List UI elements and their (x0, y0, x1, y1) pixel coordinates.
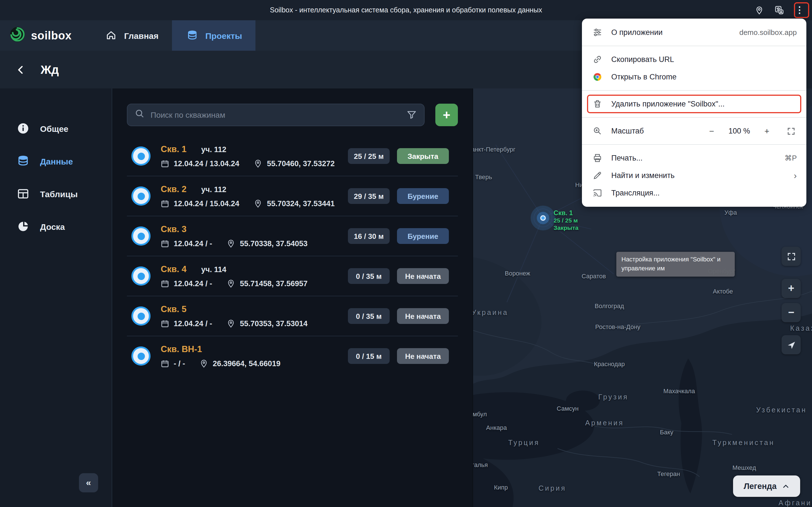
marker-label: Скв. 1 25 / 25 м Закрыта (554, 209, 578, 231)
nav-projects-label: Проекты (205, 31, 242, 40)
map-city-label: Кипр (494, 484, 508, 491)
nav-item-home[interactable]: Главная (91, 20, 172, 51)
map-city-label: Махачкала (663, 388, 695, 394)
zoom-increase-button[interactable]: + (761, 126, 772, 136)
well-dates: 12.04.24 / - (161, 239, 212, 248)
sidebar: Общее Данные Таблицы Доска « (0, 89, 112, 507)
printer-icon (592, 153, 603, 163)
well-dates: 12.04.24 / - (161, 279, 212, 288)
calendar-icon (161, 239, 169, 248)
soilbox-logo-icon (9, 26, 26, 45)
sidebar-general-label: Общее (40, 124, 68, 133)
fullscreen-icon[interactable] (785, 126, 797, 135)
map-city-label: Саратов (581, 273, 606, 279)
well-row[interactable]: Скв. ВН-1 - / - 26.39664, 54.66019 (127, 336, 458, 376)
location-pin-icon[interactable] (753, 4, 765, 16)
map-zoom-in-button[interactable]: + (781, 279, 801, 298)
add-well-button[interactable]: + (435, 104, 458, 126)
map-city-label: Армения (585, 419, 624, 427)
well-target-icon (132, 267, 151, 286)
calendar-icon (161, 200, 169, 208)
menu-divider (582, 90, 806, 91)
menu-item-about[interactable]: О приложении demo.soilbox.app (582, 24, 806, 41)
well-site: уч. 114 (201, 265, 226, 274)
well-row[interactable]: Скв. 5 12.04.24 / - 55.70353, 37.53014 (127, 296, 458, 336)
map-city-label: Краснодар (594, 360, 625, 367)
well-status-badge: Закрыта (397, 148, 449, 164)
well-coords: 55.71458, 37.56957 (227, 279, 308, 288)
sidebar-board-label: Доска (40, 222, 65, 231)
well-coords: 55.70353, 37.53014 (227, 320, 308, 328)
well-row[interactable]: Скв. 3 12.04.24 / - 55.70338, 37.54053 (127, 216, 458, 256)
menu-item-cast[interactable]: Трансляция... (582, 184, 806, 202)
pin-icon (200, 359, 208, 368)
map-city-label: Туркменистан (712, 439, 775, 446)
menu-item-copy-url[interactable]: Скопировать URL (582, 51, 806, 68)
map-city-label: Волгоград (595, 302, 624, 309)
well-dates: 12.04.24 / 13.04.24 (161, 159, 239, 168)
app-domain: demo.soilbox.app (739, 28, 797, 37)
menu-divider (582, 117, 806, 118)
browser-menu-dots-icon[interactable]: ⋮ (794, 4, 805, 16)
well-coords: 26.39664, 54.66019 (200, 359, 281, 368)
zoom-decrease-button[interactable]: − (706, 126, 717, 136)
well-row[interactable]: Скв. 2 уч. 112 12.04.24 / 15.04.24 55.70… (127, 176, 458, 216)
map-city-label: Тверь (475, 173, 492, 180)
pie-chart-icon (16, 220, 30, 233)
map-city-label: Ростов-на-Дону (595, 323, 640, 330)
pin-icon (227, 320, 236, 328)
well-row[interactable]: Скв. 4 уч. 114 12.04.24 / - 55.71458, 37… (127, 256, 458, 296)
map-zoom-out-button[interactable]: − (781, 303, 801, 322)
well-depth-chip: 0 / 15 м (348, 348, 390, 364)
map-city-label: Анталья (472, 461, 488, 468)
map-city-label: Казахстан (790, 325, 812, 333)
tune-icon (592, 27, 603, 37)
marker-dot[interactable] (540, 215, 546, 221)
nav-item-projects[interactable]: Проекты (172, 20, 255, 51)
well-site: уч. 112 (201, 145, 226, 154)
map-city-label: Воронеж (505, 270, 530, 276)
translate-icon[interactable] (774, 4, 785, 16)
trash-icon (592, 99, 603, 109)
map-locate-button[interactable] (781, 335, 801, 354)
well-status-badge: Не начата (397, 268, 449, 284)
well-dates: 12.04.24 / - (161, 320, 212, 328)
menu-item-find-and-edit[interactable]: Найти и изменить › (582, 167, 806, 184)
sidebar-item-general[interactable]: Общее (0, 112, 112, 145)
sidebar-tables-label: Таблицы (40, 189, 78, 199)
database-icon (16, 155, 30, 167)
map-city-label: Тегеран (657, 471, 680, 477)
well-target-icon (132, 306, 151, 326)
browser-app-menu: О приложении demo.soilbox.app Скопироват… (582, 18, 806, 207)
calendar-icon (161, 359, 169, 368)
map-city-label: Баку (660, 429, 673, 436)
filter-button[interactable] (399, 104, 424, 126)
chevron-up-icon (782, 483, 790, 490)
sidebar-item-tables[interactable]: Таблицы (0, 177, 112, 210)
well-coords: 55.70324, 37.53441 (254, 200, 335, 208)
page-title: Жд (41, 63, 59, 76)
well-status-badge: Бурение (397, 188, 449, 204)
menu-item-uninstall-app[interactable]: Удалить приложение "Soilbox"... (582, 95, 806, 113)
menu-item-open-in-chrome[interactable]: Открыть в Chrome (582, 68, 806, 86)
well-name: Скв. 1 (161, 144, 186, 154)
info-icon (16, 122, 30, 135)
well-target-icon (132, 147, 151, 166)
map-legend-button[interactable]: Легенда (733, 475, 800, 497)
magnifier-icon (592, 126, 603, 136)
menu-item-print[interactable]: Печать... ⌘P (582, 149, 806, 167)
pin-icon (254, 200, 262, 208)
print-shortcut: ⌘P (784, 154, 797, 162)
search-input[interactable] (151, 110, 399, 119)
well-depth-chip: 25 / 25 м (348, 148, 390, 164)
map-fullscreen-button[interactable] (781, 247, 801, 266)
map-city-label: Санкт-Петербург (472, 146, 515, 153)
sidebar-item-board[interactable]: Доска (0, 210, 112, 243)
chevron-right-icon: › (794, 170, 797, 180)
well-row[interactable]: Скв. 1 уч. 112 12.04.24 / 13.04.24 55.70… (127, 136, 458, 176)
sidebar-collapse-button[interactable]: « (79, 473, 98, 492)
pin-icon (227, 279, 236, 288)
menu-divider (582, 46, 806, 46)
sidebar-item-data[interactable]: Данные (0, 145, 112, 177)
back-button[interactable] (15, 63, 27, 76)
